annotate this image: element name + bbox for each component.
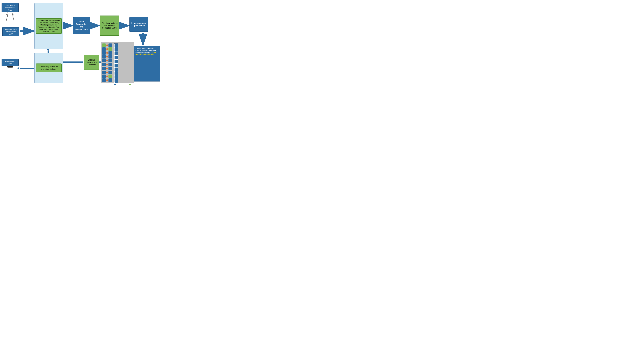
kfold-cell: [102, 47, 106, 51]
service-box-container: Insulator Monitoring Web-based Service P…: [34, 53, 63, 83]
kfold-cell: [102, 63, 106, 66]
admin-section: </> Administrative users: [2, 59, 19, 71]
validation-set-label: Validation set: [132, 84, 142, 85]
ami-label: Advanced Meter Infrastructure (AMI): [2, 27, 20, 36]
kfold-cell: [102, 67, 106, 70]
kfold-cell: [108, 43, 112, 47]
prewarning-box: Pre-warning system for preventing flasho…: [36, 65, 62, 71]
kfold-cell: [102, 43, 106, 47]
kfold-grid-area: Train Validate Hold Out K-Fold data: [101, 42, 134, 83]
kfold-cell: [108, 67, 112, 70]
kfold-cell: [108, 63, 112, 66]
pearson-box: Filter input features with Pearson Corre…: [100, 15, 119, 36]
building-box: Building Trained CNN-GRU Model: [84, 55, 99, 70]
holdout-column-border: [114, 43, 118, 83]
weather-box: Accumulating Many Weather Parameters: Te…: [36, 18, 62, 34]
training-set-legend: Training set: [114, 84, 126, 85]
database-server-box: Database Server - Hourly Historical Data…: [34, 3, 63, 49]
kfold-col2: [106, 43, 108, 83]
validation-set-legend: Validation set: [129, 84, 142, 85]
kfold-cell: [108, 47, 112, 51]
tower-label: 15kV HDPE insulators on Tower: [2, 3, 19, 12]
kfold-columns: [102, 43, 132, 83]
kfold-cell: [108, 59, 112, 62]
kfold-col3: [108, 43, 112, 83]
kfold-cv-full-box: K-Fold Cross Validation: Comparison betw…: [134, 46, 160, 81]
kfold-cell: [102, 59, 106, 62]
kfold-cell: [102, 71, 106, 74]
kfold-cell: [102, 51, 106, 55]
kfold-cell: [108, 55, 112, 58]
kfold-cell: [102, 74, 106, 78]
kfold-col1: [102, 43, 106, 83]
algorithms-text: LSTM, Bi-LSTM, GRU, Bi-GRU: [136, 51, 156, 55]
admin-label: Administrative users: [2, 59, 19, 66]
kfold-cell: [102, 55, 106, 58]
hyperparam-box: Hyperparameter Optimization: [130, 17, 148, 32]
kfold-cell: [102, 78, 106, 82]
tower-section: 15kV HDPE insulators on Tower: [2, 3, 19, 22]
main-diagram: 15kV HDPE insulators on Tower Advanced M…: [0, 0, 161, 85]
kfold-cell: [108, 78, 112, 82]
holdout-col: [114, 43, 118, 83]
kfold-data-label-external: K-Fold data: [101, 84, 110, 85]
training-set-label: Training set: [117, 84, 126, 85]
data-prep-box: Data Preparation and Normalization: [73, 17, 90, 34]
kfold-cell: [108, 71, 112, 74]
kfold-cell: [108, 51, 112, 55]
kfold-cell: [108, 74, 112, 78]
